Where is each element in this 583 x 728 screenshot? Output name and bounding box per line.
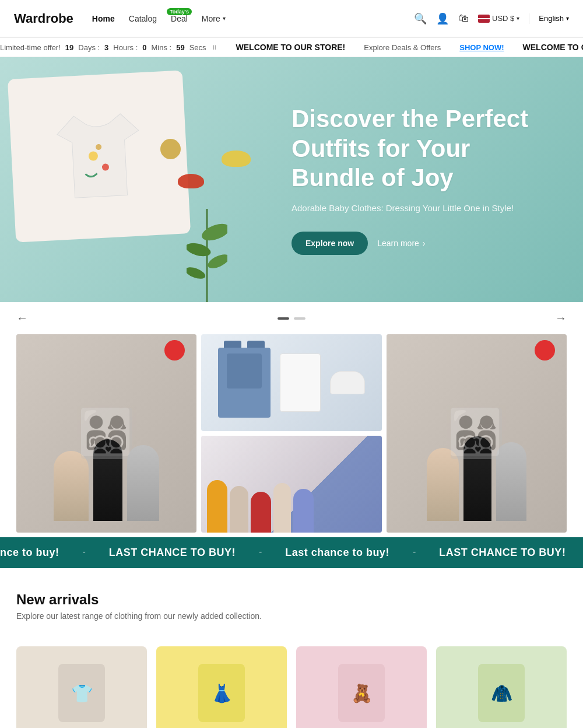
brand-logo[interactable]: Wardrobe	[14, 11, 73, 26]
new-arrivals-subtitle: Explore our latest range of clothing fro…	[16, 611, 567, 621]
product-card-4[interactable]: 🧥	[436, 646, 567, 728]
carousel-prev-button[interactable]: ←	[12, 309, 33, 327]
navbar: Wardrobe Home Catalog Today's Deal More …	[0, 0, 583, 37]
hero-title: Discover the Perfect Outfits for Your Bu…	[292, 104, 560, 192]
timer-mins: 0	[142, 43, 146, 52]
hero-image	[0, 57, 321, 302]
product-card-1[interactable]: 👕	[16, 646, 147, 728]
product-image-1: 👕	[16, 646, 147, 728]
announcement-marquee: Limited-time offer! 19 Days : 3 Hours : …	[0, 43, 583, 52]
marquee-sep-3: -	[413, 547, 416, 559]
marquee-item-1: nce to buy!	[0, 547, 59, 559]
user-icon[interactable]: 👤	[436, 12, 449, 25]
grid-sub-denim[interactable]	[201, 334, 381, 431]
arrow-right-icon: ›	[423, 239, 426, 248]
announcement-timer: Limited-time offer! 19 Days : 3 Hours : …	[0, 43, 217, 52]
welcome-text-1: WELCOME TO OUR STORE!	[236, 43, 346, 52]
svg-point-7	[187, 265, 207, 281]
language-chevron-icon: ▾	[566, 15, 569, 22]
new-arrivals-title: New arrivals	[16, 592, 567, 608]
marquee-banner: nce to buy! - LAST CHANCE TO BUY! - Last…	[0, 537, 583, 568]
nav-divider	[529, 13, 529, 24]
carousel-next-button[interactable]: →	[550, 309, 571, 327]
announcement-bar: Limited-time offer! 19 Days : 3 Hours : …	[0, 37, 583, 57]
nav-more[interactable]: More ▾	[202, 14, 226, 23]
product-image-2: 👗	[156, 646, 287, 728]
product-grid: 👕 👗 🧸 🧥	[0, 646, 583, 728]
new-arrivals-section: New arrivals Explore our latest range of…	[0, 573, 583, 646]
svg-point-5	[187, 241, 212, 259]
marquee-item-3: Last chance to buy!	[285, 547, 389, 559]
marquee-inner: nce to buy! - LAST CHANCE TO BUY! - Last…	[0, 547, 583, 559]
timer-label: Limited-time offer!	[0, 43, 61, 52]
language-selector[interactable]: English ▾	[539, 14, 569, 23]
pause-icon[interactable]: ⏸	[211, 44, 217, 51]
search-icon[interactable]: 🔍	[414, 12, 427, 25]
deal-badge: Today's	[167, 8, 192, 15]
hero-background: Discover the Perfect Outfits for Your Bu…	[0, 57, 583, 302]
hero-subtitle: Adorable Baby Clothes: Dressing Your Lit…	[292, 202, 560, 215]
grid-item-kids-right[interactable]: 👨‍👩‍👧‍👦	[387, 334, 567, 533]
learn-more-button[interactable]: Learn more ›	[377, 239, 425, 248]
nav-deal[interactable]: Today's Deal	[171, 14, 188, 23]
timer-days: 19	[65, 43, 73, 52]
nav-right: 🔍 👤 🛍 USD $ ▾ English ▾	[414, 12, 569, 25]
hero-section: Discover the Perfect Outfits for Your Bu…	[0, 57, 583, 302]
flag-icon	[478, 15, 490, 23]
hero-buttons: Explore now Learn more ›	[292, 232, 560, 255]
shop-now-link-1[interactable]: SHOP NOW!	[459, 43, 504, 52]
hero-content: Discover the Perfect Outfits for Your Bu…	[280, 57, 583, 302]
currency-chevron-icon: ▾	[517, 15, 519, 22]
chevron-down-icon: ▾	[223, 15, 226, 22]
deal-label: Deal	[171, 14, 188, 23]
currency-label: USD $	[492, 14, 514, 23]
marquee-sep-2: -	[259, 547, 262, 559]
carousel-dots	[278, 317, 305, 320]
currency-selector[interactable]: USD $ ▾	[478, 14, 519, 23]
nav-links: Home Catalog Today's Deal More ▾	[92, 14, 414, 23]
timer-hours: 3	[104, 43, 108, 52]
product-image-3: 🧸	[296, 646, 427, 728]
welcome-text-2: WELCOME TO OUR STORE!	[523, 43, 583, 52]
marquee-item-4: LAST CHANCE TO BUY!	[439, 547, 566, 559]
product-card-2[interactable]: 👗	[156, 646, 287, 728]
nav-catalog[interactable]: Catalog	[129, 14, 157, 23]
marquee-item-2: LAST CHANCE TO BUY!	[109, 547, 236, 559]
carousel-dot-1[interactable]	[278, 317, 289, 320]
language-label: English	[539, 14, 564, 23]
cart-icon[interactable]: 🛍	[458, 12, 469, 24]
more-label: More	[202, 14, 220, 23]
grid-item-center	[201, 334, 381, 533]
carousel-controls: ← →	[0, 302, 583, 334]
product-card-3[interactable]: 🧸	[296, 646, 427, 728]
marquee-sep-1: -	[83, 547, 86, 559]
carousel-dot-2[interactable]	[294, 317, 305, 320]
grid-sub-fashion[interactable]	[201, 436, 381, 533]
nav-home[interactable]: Home	[92, 14, 115, 23]
explore-text-1: Explore Deals & Offers	[364, 43, 441, 52]
explore-button[interactable]: Explore now	[292, 232, 368, 255]
timer-secs: 59	[176, 43, 184, 52]
svg-point-4	[199, 220, 227, 244]
product-image-4: 🧥	[436, 646, 567, 728]
image-grid: 👨‍👩‍👧‍👦	[16, 334, 567, 533]
grid-item-kids-left[interactable]: 👨‍👩‍👧‍👦	[16, 334, 196, 533]
